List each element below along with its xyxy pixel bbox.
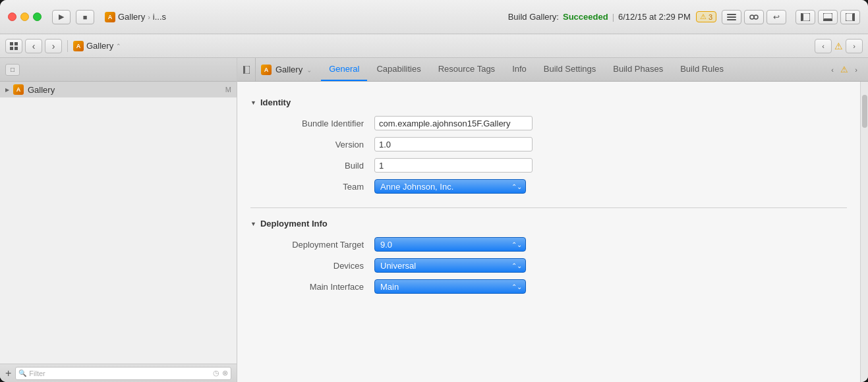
minimize-button[interactable] — [20, 13, 29, 21]
svg-rect-1 — [727, 16, 736, 18]
deployment-target-wrapper: 9.0 8.4 8.3 8.2 8.1 8.0 7.0 ⌃⌄ — [374, 237, 526, 252]
deployment-target-row: Deployment Target 9.0 8.4 8.3 8.2 8.1 8.… — [237, 234, 860, 255]
scrollbar[interactable] — [860, 82, 868, 382]
sidebar-item-gallery[interactable]: ▶ A Gallery M — [0, 82, 237, 97]
identity-triangle[interactable]: ▼ — [250, 99, 256, 106]
panel-left-btn[interactable] — [796, 10, 815, 24]
tab-gallery-chevron[interactable]: ⌃ — [306, 67, 312, 73]
disclosure-triangle[interactable]: ▶ — [5, 87, 9, 93]
tab-general[interactable]: General — [321, 58, 367, 81]
svg-rect-8 — [823, 18, 832, 21]
main-content: □ ▶ A Gallery M + 🔍 Filter ◷ ⊗ — [0, 58, 868, 382]
back-btn[interactable]: ‹ — [25, 39, 42, 53]
main-interface-row: Main Interface Main LaunchScreen ⌃⌄ — [237, 276, 860, 297]
tab-capabilities[interactable]: Capabilities — [368, 58, 428, 81]
project-chevron: ⌃ — [116, 43, 121, 49]
nav-left-btn[interactable]: ‹ — [815, 39, 832, 53]
forward-btn[interactable]: › — [45, 39, 62, 53]
tabs-container: A Gallery ⌃ General Capabilities Resourc… — [256, 58, 826, 81]
tab-build-rules[interactable]: Build Rules — [672, 58, 732, 81]
tab-build-settings[interactable]: Build Settings — [536, 58, 604, 81]
stop-button[interactable]: ■ — [76, 10, 94, 24]
filter-clock-icon[interactable]: ◷ — [213, 369, 219, 377]
forward-icon: › — [52, 41, 55, 51]
identity-title: Identity — [260, 97, 291, 107]
version-input[interactable] — [374, 137, 533, 151]
gallery-item-badge: M — [225, 86, 231, 94]
svg-rect-6 — [801, 13, 803, 21]
add-item-btn[interactable]: + — [5, 368, 11, 379]
main-window: ▶ ■ A Gallery › i...s Build Gallery: Suc… — [0, 0, 868, 382]
grid-view-btn[interactable] — [5, 39, 22, 53]
editor-assistant-btn[interactable] — [744, 10, 764, 24]
editor-version-btn[interactable]: ↩ — [767, 10, 786, 24]
tab-nav-right[interactable]: › — [850, 63, 863, 76]
deployment-section: ▼ Deployment Info Deployment Target 9.0 … — [237, 213, 860, 297]
play-button[interactable]: ▶ — [52, 10, 71, 24]
devices-select-wrapper: Universal iPhone iPad ⌃⌄ — [374, 258, 526, 273]
breadcrumb-gallery[interactable]: Gallery — [118, 12, 145, 22]
project-label[interactable]: Gallery — [86, 41, 113, 51]
svg-rect-2 — [727, 19, 736, 20]
team-row: Team Anne Johnson, Inc. ⌃⌄ — [237, 176, 860, 197]
deployment-target-select[interactable]: 9.0 8.4 8.3 8.2 8.1 8.0 7.0 — [374, 237, 526, 252]
titlebar: ▶ ■ A Gallery › i...s Build Gallery: Suc… — [0, 0, 868, 34]
tab-build-phases[interactable]: Build Phases — [605, 58, 671, 81]
panel-bottom-btn[interactable] — [818, 10, 838, 24]
svg-rect-11 — [10, 42, 13, 45]
panel-right-btn[interactable] — [840, 10, 860, 24]
title-separator: | — [612, 12, 614, 22]
tab-info[interactable]: Info — [504, 58, 535, 81]
version-row: Version — [237, 134, 860, 155]
warning-icon: ⚠ — [700, 13, 707, 21]
deployment-header: ▼ Deployment Info — [237, 213, 860, 234]
main-interface-label: Main Interface — [237, 282, 369, 292]
bundle-identifier-label: Bundle Identifier — [237, 119, 369, 128]
deployment-triangle[interactable]: ▼ — [250, 221, 256, 227]
editor-normal-btn[interactable] — [722, 10, 741, 24]
panel-toggle-btn[interactable] — [237, 58, 256, 81]
identity-header: ▼ Identity — [237, 92, 860, 113]
sidebar-panel-toggle[interactable]: □ — [5, 64, 20, 76]
nav-right-icon: › — [853, 42, 855, 50]
filter-clear-icon[interactable]: ⊗ — [222, 369, 228, 377]
tab-nav-left[interactable]: ‹ — [826, 63, 839, 76]
warning-badge[interactable]: ⚠ 3 — [696, 11, 716, 22]
maximize-button[interactable] — [33, 13, 42, 21]
close-button[interactable] — [8, 13, 16, 21]
nav-right-btn[interactable]: › — [846, 39, 863, 53]
devices-row: Devices Universal iPhone iPad ⌃⌄ — [237, 255, 860, 276]
tab-resource-tags[interactable]: Resource Tags — [430, 58, 503, 81]
build-label: Build — [237, 161, 369, 171]
tab-gallery-label[interactable]: Gallery — [275, 65, 303, 74]
editor-area: A Gallery ⌃ General Capabilities Resourc… — [237, 58, 868, 382]
tab-nav-warn: ⚠ — [840, 65, 848, 74]
section-divider-1 — [250, 207, 847, 208]
toolbar: ‹ › A Gallery ⌃ ‹ ⚠ › — [0, 34, 868, 58]
filter-search-icon: 🔍 — [18, 369, 26, 377]
breadcrumb-file[interactable]: i...s — [153, 12, 166, 22]
bundle-identifier-row: Bundle Identifier — [237, 113, 860, 134]
title-prefix: Build Gallery: — [508, 12, 559, 22]
team-select-wrapper: Anne Johnson, Inc. ⌃⌄ — [374, 179, 526, 194]
gallery-app-icon: A — [13, 84, 24, 95]
deployment-target-label: Deployment Target — [237, 240, 369, 250]
svg-rect-10 — [852, 13, 855, 21]
devices-select[interactable]: Universal iPhone iPad — [374, 258, 526, 273]
svg-rect-12 — [14, 42, 18, 45]
filter-input-wrapper: 🔍 Filter ◷ ⊗ — [15, 367, 231, 380]
main-interface-wrapper: Main LaunchScreen ⌃⌄ — [374, 279, 526, 294]
svg-rect-16 — [243, 66, 245, 74]
title-date: 6/12/15 at 2:29 PM — [618, 12, 691, 22]
team-select[interactable]: Anne Johnson, Inc. — [374, 179, 526, 194]
toolbar-sep — [67, 40, 68, 52]
main-interface-select[interactable]: Main LaunchScreen — [374, 279, 526, 294]
breadcrumb-sep: › — [148, 13, 150, 21]
scrollbar-thumb[interactable] — [862, 95, 867, 128]
version-label: Version — [237, 140, 369, 150]
svg-rect-13 — [10, 47, 13, 50]
warn-icon: ⚠ — [834, 41, 843, 51]
bundle-identifier-input[interactable] — [374, 116, 533, 130]
sidebar-header: □ — [0, 58, 237, 82]
build-input[interactable] — [374, 158, 533, 173]
